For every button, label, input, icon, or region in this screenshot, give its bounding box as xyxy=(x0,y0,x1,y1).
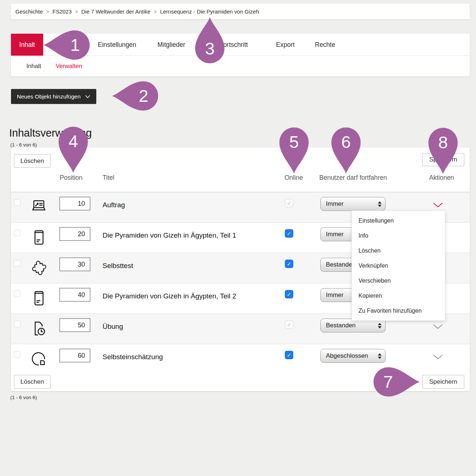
annotation-pin-number: 2 xyxy=(139,87,148,104)
annotation-pin-5: 5 xyxy=(277,127,311,174)
actions-dropdown-toggle[interactable] xyxy=(433,202,443,208)
tab-einstellungen[interactable]: Einstellungen xyxy=(98,34,136,56)
position-input[interactable] xyxy=(59,349,90,362)
annotation-pin-number: 3 xyxy=(205,40,215,57)
actions-dropdown-toggle[interactable] xyxy=(433,354,443,360)
annotation-pin-number: 1 xyxy=(70,36,80,53)
select-arrows-icon xyxy=(378,353,382,359)
breadcrumb: Geschichte > FS2023 > Die 7 Weltwunder d… xyxy=(11,4,470,19)
breadcrumb-separator: > xyxy=(46,9,49,15)
delete-button-bottom[interactable]: Löschen xyxy=(14,375,51,388)
add-new-object-button[interactable]: Neues Objekt hinzufügen xyxy=(11,89,96,104)
learning-module-icon xyxy=(30,290,47,306)
result-range-top: (1 - 6 von 6) xyxy=(10,142,37,148)
menu-item-info[interactable]: Info xyxy=(352,228,445,243)
menu-item-loeschen[interactable]: Löschen xyxy=(352,243,445,258)
menu-item-kopieren[interactable]: Kopieren xyxy=(352,288,445,303)
online-checkbox[interactable]: ✓ xyxy=(285,351,293,359)
row-select-checkbox[interactable] xyxy=(14,230,21,236)
annotation-pin-8: 8 xyxy=(426,127,460,175)
annotation-pin-2: 2 xyxy=(111,79,159,113)
column-header-progress: Benutzer darf fortfahren xyxy=(319,174,387,182)
annotation-pin-6: 6 xyxy=(329,127,363,174)
tab-rechte[interactable]: Rechte xyxy=(315,34,335,56)
annotation-pin-number: 8 xyxy=(438,134,448,151)
annotation-pin-number: 4 xyxy=(68,133,78,150)
row-select-checkbox[interactable] xyxy=(14,321,21,327)
select-arrows-icon xyxy=(378,323,382,328)
annotation-pin-number: 6 xyxy=(341,133,351,150)
progress-select-value: Bestanden xyxy=(326,322,378,329)
online-checkbox: ✓ xyxy=(285,320,293,329)
online-checkbox[interactable]: ✓ xyxy=(285,260,293,268)
puzzle-test-icon xyxy=(30,259,47,276)
breadcrumb-item-geschichte[interactable]: Geschichte xyxy=(15,8,43,15)
select-arrows-icon xyxy=(378,201,382,207)
column-header-actions: Aktionen xyxy=(429,174,454,182)
tab-inhalt[interactable]: Inhalt xyxy=(11,34,43,56)
menu-item-favoriten[interactable]: Zu Favoriten hinzufügen xyxy=(352,303,445,318)
annotation-pin-3: 3 xyxy=(193,16,227,64)
annotation-pin-1: 1 xyxy=(43,28,90,62)
tab-export[interactable]: Export xyxy=(276,34,295,56)
assignment-laptop-icon xyxy=(30,198,47,215)
item-title: Auftrag xyxy=(103,201,125,209)
menu-item-verschieben[interactable]: Verschieben xyxy=(352,273,445,288)
add-new-object-label: Neues Objekt hinzufügen xyxy=(17,93,81,100)
column-header-title: Titel xyxy=(103,174,114,182)
breadcrumb-separator: > xyxy=(75,9,78,15)
item-title: Die Pyramiden von Gizeh in Ägypten, Teil… xyxy=(103,231,236,239)
progress-select[interactable]: Immer xyxy=(320,197,386,211)
ilias-content-admin-page: Geschichte > FS2023 > Die 7 Weltwunder d… xyxy=(0,0,476,476)
online-checkbox: ✓ xyxy=(285,199,293,207)
breadcrumb-separator: > xyxy=(154,9,157,15)
menu-item-verknuepfen[interactable]: Verknüpfen xyxy=(352,258,445,273)
annotation-pin-number: 7 xyxy=(383,373,393,390)
row-select-checkbox[interactable] xyxy=(14,351,21,358)
annotation-pin-7: 7 xyxy=(373,365,420,399)
chevron-down-icon xyxy=(85,95,90,98)
subtab-inhalt[interactable]: Inhalt xyxy=(26,56,41,76)
tab-mitglieder[interactable]: Mitglieder xyxy=(157,34,185,56)
breadcrumb-item-weltwunder[interactable]: Die 7 Weltwunder der Antike xyxy=(81,8,150,15)
actions-dropdown-menu: Einstellungen Info Löschen Verknüpfen Ve… xyxy=(352,211,445,321)
online-checkbox[interactable]: ✓ xyxy=(285,290,293,298)
save-button-bottom[interactable]: Speichern xyxy=(422,375,464,388)
position-input[interactable] xyxy=(59,227,90,241)
annotation-pin-number: 5 xyxy=(289,133,299,150)
item-title: Selbsteinschätzung xyxy=(103,353,163,361)
position-input[interactable] xyxy=(59,318,90,332)
row-select-checkbox[interactable] xyxy=(14,199,21,206)
annotation-pin-4: 4 xyxy=(56,126,90,174)
survey-icon xyxy=(30,350,47,367)
learning-module-icon xyxy=(30,229,47,246)
item-title: Selbsttest xyxy=(103,262,133,270)
delete-button-top[interactable]: Löschen xyxy=(14,154,51,168)
position-input[interactable] xyxy=(59,288,90,302)
progress-select-value: Immer xyxy=(326,200,378,208)
online-checkbox[interactable]: ✓ xyxy=(285,229,293,238)
row-select-checkbox[interactable] xyxy=(14,260,21,267)
progress-select[interactable]: Abgeschlossen xyxy=(320,349,386,363)
actions-dropdown-toggle[interactable] xyxy=(433,324,443,330)
breadcrumb-item-lernsequenz[interactable]: Lernsequenz - Die Pyramiden von Gizeh xyxy=(160,8,259,15)
position-input[interactable] xyxy=(59,257,90,271)
row-select-checkbox[interactable] xyxy=(14,290,21,297)
position-input[interactable] xyxy=(59,197,90,211)
breadcrumb-item-fs2023[interactable]: FS2023 xyxy=(52,8,72,15)
column-header-online: Online xyxy=(285,174,303,182)
menu-item-einstellungen[interactable]: Einstellungen xyxy=(352,213,445,228)
item-title: Die Pyramiden von Gizeh in Ägypten, Teil… xyxy=(103,292,236,300)
column-header-position: Position xyxy=(60,174,82,182)
progress-select-value: Abgeschlossen xyxy=(326,352,378,360)
exercise-clock-icon xyxy=(30,320,47,337)
result-range-bottom: (1 - 6 von 6) xyxy=(10,395,37,400)
item-title: Übung xyxy=(103,323,123,331)
